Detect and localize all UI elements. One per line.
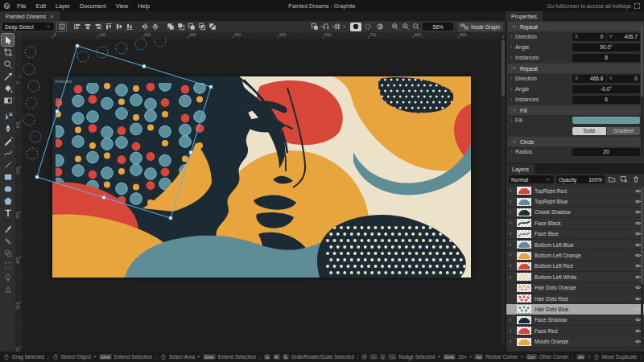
menu-help[interactable]: Help — [133, 2, 155, 10]
layer-row-bottom-left-blue[interactable]: ›Bottom Left Blue — [506, 240, 644, 250]
boolean-subtract-back-button[interactable] — [187, 22, 196, 31]
direction2-x-input[interactable]: X 466.8 — [572, 75, 606, 83]
line-tool[interactable] — [2, 158, 14, 171]
instances1-input[interactable]: 8 — [572, 54, 640, 62]
select-tool[interactable] — [2, 34, 14, 46]
layer-row-mouth-orange[interactable]: ›Mouth Orange — [506, 336, 644, 347]
align-left-button[interactable] — [72, 22, 82, 31]
layer-row-hair-dots-red[interactable]: Hair Dots Red — [506, 294, 644, 304]
tab-close-icon[interactable]: × — [50, 13, 53, 20]
layers-tab[interactable]: Layers — [506, 164, 535, 174]
clone-tool[interactable] — [2, 247, 14, 259]
layer-expand-icon[interactable]: › — [510, 220, 514, 226]
view-mode-normal-button[interactable] — [350, 23, 361, 31]
align-v-center-button[interactable] — [114, 22, 124, 31]
menu-file[interactable]: File — [12, 2, 31, 10]
zoom-level-input[interactable]: 56% — [423, 23, 453, 31]
menu-view[interactable]: View — [111, 2, 133, 10]
freehand-tool[interactable] — [2, 134, 14, 146]
new-layer-button[interactable] — [619, 175, 629, 184]
menu-edit[interactable]: Edit — [31, 2, 51, 10]
direction1-x-input[interactable]: X 0 — [572, 33, 606, 41]
radius-input[interactable]: 20 — [572, 148, 640, 156]
layer-expand-icon[interactable]: › — [510, 274, 514, 280]
layer-expand-icon[interactable]: › — [510, 263, 514, 269]
layer-row-bottom-left-orange[interactable]: ›Bottom Left Orange — [506, 250, 644, 261]
flip-horizontal-button[interactable] — [140, 22, 150, 31]
boolean-difference-button[interactable] — [208, 22, 217, 31]
heal-tool[interactable] — [2, 235, 14, 247]
layer-row-face-red[interactable]: ›Face Red — [506, 326, 644, 336]
section-fill[interactable]: Fill — [508, 105, 642, 115]
layer-row-hair-dots-orange[interactable]: Hair Dots Orange — [506, 283, 644, 294]
layer-row-cheek-shadow[interactable]: ›Cheek Shadow — [506, 208, 644, 218]
layer-row-face-shadow[interactable]: ›Face Shadow — [506, 315, 644, 326]
path-tool[interactable] — [2, 110, 14, 122]
section-repeat-2[interactable]: Repeat — [508, 64, 642, 73]
blend-mode-dropdown[interactable]: Normal — [509, 175, 554, 183]
selection-mode-dropdown[interactable]: Deep Select — [2, 23, 54, 31]
brush-tool[interactable] — [2, 223, 14, 235]
section-circle[interactable]: Circle — [508, 137, 642, 146]
menu-layer[interactable]: Layer — [51, 2, 75, 10]
node-graph-button[interactable]: Node Graph — [457, 23, 503, 31]
layer-expand-icon[interactable]: › — [510, 209, 514, 215]
zoom-in-button[interactable] — [390, 22, 400, 31]
direction2-y-input[interactable]: Y 0 — [607, 75, 641, 83]
pivot-button[interactable] — [56, 22, 67, 32]
relight-tool[interactable] — [2, 271, 14, 283]
patch-tool[interactable] — [2, 259, 14, 271]
align-right-button[interactable] — [93, 22, 103, 31]
layer-row-bottom-left-red[interactable]: ›Bottom Left Red — [506, 261, 644, 272]
rectangle-tool[interactable] — [2, 171, 14, 183]
layer-expand-icon[interactable]: › — [510, 242, 514, 248]
section-repeat-1[interactable]: Repeat — [508, 22, 642, 31]
gradient-tool[interactable] — [2, 94, 14, 106]
layer-row-bottom-left-white[interactable]: ›Bottom Left White — [506, 272, 644, 282]
polygon-tool[interactable] — [2, 195, 14, 207]
fill-solid-button[interactable]: Solid — [572, 127, 606, 135]
layer-expand-icon[interactable]: › — [510, 253, 514, 258]
fill-color-swatch[interactable] — [572, 117, 640, 124]
angle2-input[interactable]: -0.0° — [572, 85, 640, 93]
detail-tool[interactable] — [2, 283, 14, 295]
angle1-input[interactable]: 90.0° — [572, 43, 640, 51]
new-folder-button[interactable] — [607, 175, 617, 184]
layer-expand-icon[interactable]: › — [510, 188, 514, 194]
pen-tool[interactable] — [2, 122, 14, 134]
zoom-out-button[interactable] — [401, 22, 411, 31]
artboard-tool[interactable] — [2, 46, 14, 58]
menu-document[interactable]: Document — [75, 2, 111, 10]
layer-expand-icon[interactable]: › — [510, 199, 514, 204]
text-tool[interactable] — [2, 207, 14, 219]
fill-tool[interactable] — [2, 82, 14, 94]
view-mode-outline-button[interactable] — [362, 23, 374, 31]
layers-scrollbar[interactable] — [641, 187, 643, 348]
layer-row-face-black[interactable]: ›Face Black — [506, 218, 644, 228]
direction1-y-input[interactable]: Y 406.7 — [607, 33, 641, 41]
boolean-subtract-front-button[interactable] — [176, 22, 186, 31]
flip-vertical-button[interactable] — [151, 22, 160, 31]
align-bottom-button[interactable] — [125, 22, 134, 31]
document-tab[interactable]: Painted Dreams × — [0, 11, 60, 21]
view-mode-pixels-button[interactable] — [374, 23, 386, 31]
boolean-intersect-button[interactable] — [197, 22, 207, 31]
instances2-input[interactable]: 6 — [572, 96, 640, 104]
opacity-slider[interactable]: Opacity 100% — [556, 175, 605, 183]
zoom-reset-button[interactable] — [411, 22, 421, 31]
delete-layer-button[interactable] — [631, 175, 641, 184]
navigate-tool[interactable] — [2, 58, 14, 70]
layer-row-hair-dots-blue[interactable]: Hair Dots Blue — [506, 304, 644, 315]
layer-expand-icon[interactable]: › — [510, 328, 514, 334]
align-h-center-button[interactable] — [83, 22, 93, 31]
viewport[interactable]: Artboard — [22, 39, 506, 352]
properties-scrollbar[interactable] — [641, 24, 643, 157]
artboard[interactable]: Artboard — [52, 76, 471, 278]
grid-dropdown[interactable] — [336, 22, 345, 31]
layer-row-topright-red[interactable]: ›TopRight Red — [506, 186, 644, 196]
fullscreen-icon[interactable] — [634, 2, 641, 10]
layer-expand-icon[interactable]: › — [510, 339, 514, 344]
layer-row-face-blue[interactable]: ›Face Blue — [506, 229, 644, 240]
ellipse-tool[interactable] — [2, 183, 14, 195]
eyedropper-tool[interactable] — [2, 70, 14, 82]
